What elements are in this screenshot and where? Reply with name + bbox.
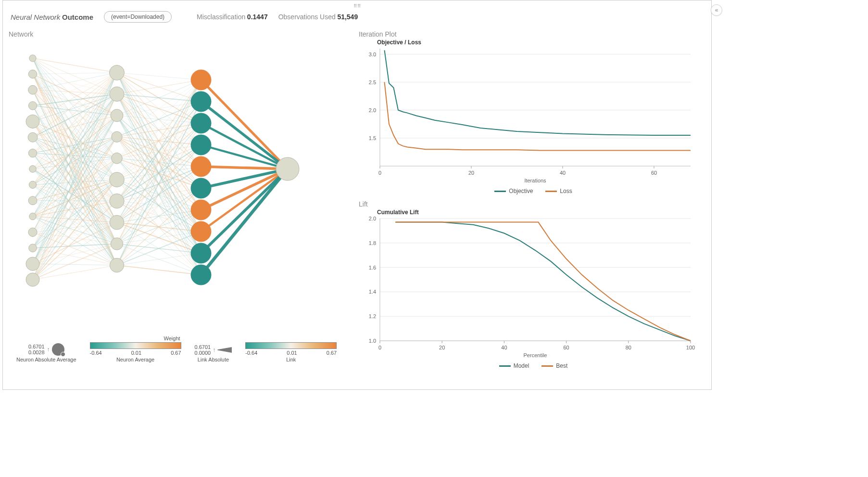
svg-text:0: 0 — [378, 345, 381, 350]
neuron-size-min: 0.0028 — [28, 349, 45, 355]
event-selector-button[interactable]: (event=Downloaded) — [104, 11, 172, 23]
svg-point-287 — [191, 113, 211, 133]
svg-point-281 — [110, 194, 124, 208]
svg-point-284 — [110, 258, 124, 272]
legend-neuron-size: 0.6701 0.0028 ↑ Neuron Absolute Average — [16, 343, 76, 362]
svg-line-258 — [201, 169, 288, 253]
svg-point-290 — [191, 178, 211, 198]
misclass-label: Misclassification — [197, 13, 245, 21]
svg-text:0: 0 — [378, 170, 381, 176]
svg-line-3 — [33, 58, 117, 137]
svg-text:1.2: 1.2 — [369, 313, 376, 319]
svg-point-278 — [112, 131, 122, 142]
lift-legend: Model Best — [359, 362, 708, 369]
legend-neuron-average: Weight -0.64 0.01 0.67 Neuron Average — [90, 335, 181, 362]
legend-link: -0.64 0.01 0.67 Link — [245, 335, 337, 362]
svg-point-288 — [191, 135, 211, 155]
svg-point-269 — [28, 196, 37, 205]
grad-tick: 0.67 — [327, 350, 337, 356]
grad-tick: 0.01 — [287, 350, 297, 356]
svg-text:100: 100 — [686, 345, 695, 350]
svg-text:3.0: 3.0 — [369, 52, 376, 57]
svg-point-295 — [276, 157, 299, 180]
svg-line-1 — [33, 58, 117, 94]
svg-text:1.4: 1.4 — [369, 289, 376, 295]
svg-line-138 — [33, 244, 117, 264]
lift-plot-title: Lift — [359, 200, 708, 208]
svg-line-70 — [33, 73, 117, 169]
svg-line-0 — [33, 58, 117, 73]
neuron-size-max: 0.6701 — [28, 344, 45, 349]
chevron-left-double-icon: « — [715, 7, 718, 13]
legend-item: Model — [514, 362, 529, 369]
svg-point-277 — [111, 109, 123, 122]
svg-line-250 — [201, 80, 288, 169]
svg-text:Percentile: Percentile — [524, 352, 547, 358]
svg-line-249 — [117, 265, 201, 275]
grad-tick: 0.01 — [131, 350, 141, 356]
iteration-legend: Objective Loss — [359, 188, 708, 194]
svg-point-280 — [110, 172, 125, 187]
svg-point-267 — [29, 166, 37, 173]
arrow-up-icon: ↑ — [47, 346, 50, 353]
svg-line-149 — [33, 265, 117, 280]
gradient-bar-icon — [245, 342, 337, 349]
iteration-plot-ytitle: Objective / Loss — [377, 39, 708, 46]
svg-point-289 — [191, 156, 211, 177]
svg-line-146 — [33, 201, 117, 280]
svg-point-260 — [29, 55, 36, 62]
svg-text:1.6: 1.6 — [369, 265, 376, 271]
grad-tick: 0.67 — [171, 350, 181, 356]
results-panel: ⠿⠿ « Neural Network Outcome (event=Downl… — [2, 0, 712, 390]
svg-text:1.0: 1.0 — [369, 338, 376, 344]
svg-point-272 — [29, 244, 37, 252]
svg-text:20: 20 — [468, 170, 474, 176]
iteration-plot-panel: Iteration Plot Objective / Loss 1.52.02.… — [359, 30, 708, 194]
svg-point-271 — [28, 228, 37, 236]
observations-label: Observations Used — [278, 13, 336, 21]
svg-point-293 — [191, 243, 211, 263]
svg-text:2.0: 2.0 — [369, 216, 376, 221]
panel-drag-handle[interactable]: ⠿⠿ — [353, 3, 361, 9]
iteration-plot-chart[interactable]: 1.52.02.53.00204060Iterations — [359, 46, 695, 185]
svg-line-11 — [33, 74, 117, 94]
svg-point-285 — [191, 70, 211, 90]
svg-point-282 — [110, 215, 124, 230]
svg-point-291 — [191, 200, 211, 220]
svg-point-279 — [112, 153, 123, 164]
link-label: Link — [286, 357, 296, 362]
svg-point-286 — [191, 91, 211, 112]
svg-point-261 — [28, 70, 37, 78]
grad-tick: -0.64 — [245, 350, 257, 356]
svg-line-251 — [201, 102, 288, 169]
target-label: Outcome — [62, 13, 93, 21]
network-diagram[interactable] — [9, 39, 355, 328]
svg-text:60: 60 — [651, 170, 657, 176]
legend-link-absolute: 0.6701 0.0000 ↑ Link Absolute — [195, 344, 232, 362]
legend-item: Objective — [509, 188, 533, 194]
lift-plot-panel: Lift Cumulative Lift 1.01.21.41.61.82.00… — [359, 200, 708, 369]
svg-point-265 — [28, 132, 38, 142]
legend-swatch-icon — [541, 365, 553, 367]
collapse-panel-button[interactable]: « — [711, 4, 722, 16]
charts-section: Iteration Plot Objective / Loss 1.52.02.… — [359, 26, 710, 386]
network-legends: 0.6701 0.0028 ↑ Neuron Absolute Average … — [9, 335, 354, 362]
svg-line-254 — [201, 167, 288, 169]
svg-text:2.0: 2.0 — [369, 107, 376, 113]
legend-item: Loss — [560, 188, 572, 194]
svg-point-292 — [191, 221, 211, 242]
svg-text:2.5: 2.5 — [369, 79, 376, 85]
svg-point-263 — [28, 102, 37, 110]
svg-point-273 — [26, 257, 39, 271]
iteration-plot-title: Iteration Plot — [359, 30, 708, 38]
weight-label: Weight — [164, 335, 180, 341]
model-type-label: Neural Network — [11, 13, 60, 21]
svg-point-268 — [29, 181, 36, 188]
svg-text:60: 60 — [563, 345, 569, 350]
legend-swatch-icon — [499, 365, 511, 367]
lift-plot-chart[interactable]: 1.01.21.41.61.82.0020406080100Percentile — [359, 216, 695, 360]
neuron-avg-label: Neuron Average — [116, 357, 154, 362]
svg-text:Iterations: Iterations — [524, 178, 546, 183]
network-title: Network — [9, 30, 354, 38]
link-abs-min: 0.0000 — [195, 350, 211, 356]
